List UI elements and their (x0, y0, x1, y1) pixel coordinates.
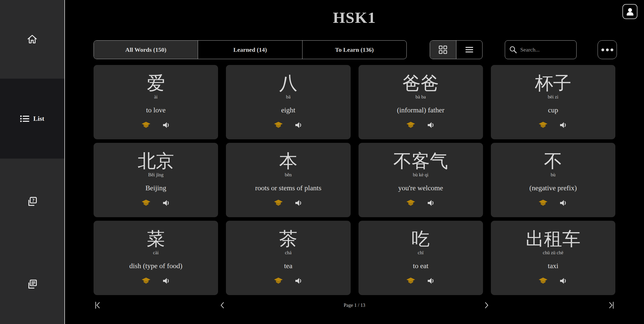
word-meaning: to eat (413, 262, 428, 270)
word-pinyin: Běi jīng (148, 172, 164, 178)
audio-button[interactable] (427, 121, 435, 129)
word-card[interactable]: 本 běn roots or stems of plants (226, 143, 350, 217)
audio-button[interactable] (559, 121, 567, 129)
learned-toggle-button[interactable] (539, 121, 548, 129)
page-title: HSK1 (65, 9, 644, 27)
last-page-icon (608, 301, 615, 310)
word-pinyin: bēi zi (548, 94, 559, 100)
word-hanzi: 杯子 (535, 74, 571, 93)
learned-toggle-button[interactable] (141, 199, 151, 207)
sidebar-item-quiz[interactable]: ? (0, 159, 64, 245)
page-indicator: Page 1 / 13 (344, 302, 365, 308)
sidebar-item-home[interactable] (0, 0, 64, 79)
word-pinyin: bā (286, 94, 291, 100)
audio-button[interactable] (295, 277, 303, 285)
word-meaning: (negative prefix) (529, 184, 577, 192)
word-meaning: roots or stems of plants (255, 184, 321, 192)
learned-toggle-button[interactable] (406, 199, 415, 207)
learned-toggle-button[interactable] (406, 121, 415, 129)
tab-to-learn[interactable]: To Learn (136) (302, 41, 406, 59)
learned-toggle-button[interactable] (274, 121, 283, 129)
word-card[interactable]: 爱 ài to love (94, 65, 218, 139)
learned-toggle-button[interactable] (539, 199, 548, 207)
word-meaning: taxi (548, 262, 558, 270)
sidebar-item-reader[interactable] (0, 245, 64, 324)
learned-toggle-button[interactable] (274, 277, 283, 285)
word-card[interactable]: 爸爸 bà ba (informal) father (359, 65, 483, 139)
card-actions (141, 277, 170, 285)
first-page-button[interactable] (94, 301, 101, 310)
word-pinyin: běn (285, 172, 292, 178)
word-meaning: to love (146, 106, 166, 114)
word-hanzi: 北京 (138, 151, 174, 171)
word-meaning: (informal) father (397, 106, 444, 114)
grid-view-button[interactable] (430, 41, 456, 59)
word-card[interactable]: 杯子 bēi zi cup (491, 65, 615, 139)
word-card[interactable]: 八 bā eight (226, 65, 350, 139)
audio-button[interactable] (295, 121, 303, 129)
learned-toggle-button[interactable] (539, 277, 548, 285)
word-card[interactable]: 不客气 bù kè qi you're welcome (359, 143, 483, 217)
word-meaning: tea (284, 262, 293, 270)
word-hanzi: 吃 (412, 229, 430, 249)
word-card[interactable]: 不 bù (negative prefix) (491, 143, 615, 217)
tab-all-words[interactable]: All Words (150) (94, 41, 198, 59)
learned-toggle-button[interactable] (141, 277, 151, 285)
audio-button[interactable] (427, 277, 435, 285)
audio-button[interactable] (559, 277, 567, 285)
word-hanzi: 爸爸 (402, 74, 439, 93)
list-view-button[interactable] (456, 41, 482, 59)
card-actions (539, 121, 567, 129)
word-pinyin: cài (153, 250, 159, 255)
sidebar-item-list[interactable]: List (0, 79, 64, 159)
person-icon (625, 6, 635, 17)
article-cards-icon (26, 279, 38, 290)
word-card[interactable]: 茶 chá tea (226, 221, 350, 295)
more-options-button[interactable] (598, 40, 617, 59)
learned-toggle-button[interactable] (406, 277, 415, 285)
word-pinyin: chī (418, 250, 424, 255)
word-card[interactable]: 出租车 chū zū chē taxi (491, 221, 615, 295)
card-actions (141, 199, 170, 207)
learned-toggle-button[interactable] (274, 199, 283, 207)
tab-learned[interactable]: Learned (14) (198, 41, 302, 59)
pagination: Page 1 / 13 (94, 299, 615, 312)
word-pinyin: chá (285, 250, 292, 255)
audio-button[interactable] (295, 199, 303, 207)
word-pinyin: bù (551, 172, 556, 178)
word-pinyin: ài (154, 94, 158, 100)
word-hanzi: 茶 (279, 229, 297, 249)
word-pinyin: bù kè qi (413, 172, 428, 178)
card-actions (539, 199, 567, 207)
word-hanzi: 本 (279, 151, 297, 171)
bulleted-list-icon (20, 115, 30, 123)
card-actions (406, 121, 435, 129)
prev-page-button[interactable] (219, 301, 226, 310)
next-page-button[interactable] (483, 301, 490, 310)
word-meaning: cup (548, 106, 558, 114)
word-hanzi: 菜 (147, 229, 165, 249)
audio-button[interactable] (427, 199, 435, 207)
sidebar-item-label: List (33, 115, 44, 123)
last-page-button[interactable] (608, 301, 615, 310)
user-avatar-button[interactable] (622, 4, 637, 19)
word-card-grid: 爱 ài to love 八 bā eight 爸爸 bà ba (inform… (94, 65, 615, 295)
sidebar: List ? (0, 0, 65, 324)
audio-button[interactable] (162, 277, 170, 285)
view-toggle (430, 40, 482, 59)
learned-toggle-button[interactable] (141, 121, 151, 129)
word-hanzi: 爱 (147, 74, 165, 93)
audio-button[interactable] (162, 121, 170, 129)
first-page-icon (94, 301, 101, 310)
card-actions (406, 199, 435, 207)
word-card[interactable]: 菜 cài dish (type of food) (94, 221, 218, 295)
audio-button[interactable] (559, 199, 567, 207)
word-card[interactable]: 北京 Běi jīng Beijing (94, 143, 218, 217)
chevron-left-icon (219, 301, 226, 310)
search-input[interactable] (520, 46, 572, 53)
word-meaning: you're welcome (398, 184, 443, 192)
grid-view-icon (438, 45, 448, 54)
word-card[interactable]: 吃 chī to eat (359, 221, 483, 295)
chevron-right-icon (483, 301, 490, 310)
audio-button[interactable] (162, 199, 170, 207)
